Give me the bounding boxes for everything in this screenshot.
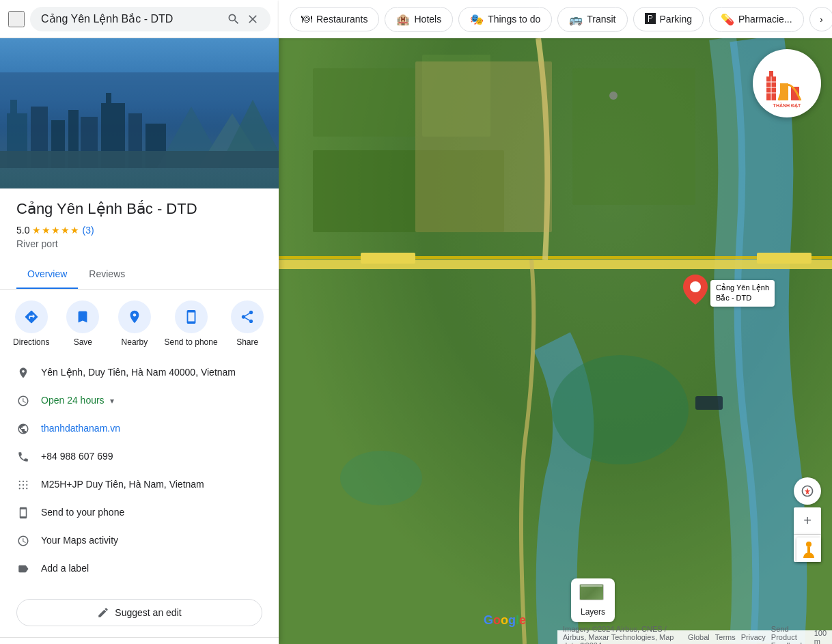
category-nav: 🍽 Restaurants 🏨 Hotels 🎭 Things to do 🚌 … [279, 0, 832, 38]
place-pin[interactable]: Cảng Yên LệnhBắc - DTD [683, 275, 708, 307]
nearby-button[interactable]: Nearby [113, 300, 156, 348]
place-type: River port [16, 238, 262, 249]
search-container [30, 7, 271, 31]
info-section: Yên Lệnh, Duy Tiên, Hà Nam 40000, Vietna… [0, 359, 279, 593]
add-label-icon [16, 562, 30, 576]
svg-point-24 [26, 488, 27, 489]
save-button[interactable]: Save [61, 300, 105, 348]
maps-activity-text: Your Maps activity [41, 533, 262, 548]
directions-icon [15, 300, 48, 333]
hotel-icon: 🏨 [396, 13, 410, 26]
star-1: ★ [32, 225, 41, 236]
pharmacies-chip[interactable]: 💊 Pharmacie... [709, 7, 804, 32]
map-attribution: Imagery ©2024 Airbus, CNES / Airbus, Max… [557, 630, 832, 644]
maps-activity-icon [16, 534, 30, 548]
chevron-down-icon: ▾ [110, 396, 114, 406]
things-icon: 🎭 [470, 13, 484, 26]
plus-code-icon [16, 478, 30, 492]
directions-label: Directions [13, 337, 49, 348]
add-label-row[interactable]: Add a label [0, 555, 279, 583]
hours-row[interactable]: Open 24 hours ▾ [0, 387, 279, 415]
pegman[interactable] [796, 537, 821, 562]
send-to-phone-button[interactable]: Send to phone [165, 300, 218, 348]
svg-point-38 [609, 92, 618, 100]
svg-point-18 [26, 481, 27, 482]
privacy-link[interactable]: Privacy [741, 633, 766, 641]
search-button[interactable] [227, 12, 240, 26]
send-phone-text: Send to your phone [41, 505, 262, 520]
phone-icon [16, 450, 30, 464]
phone-row[interactable]: +84 988 607 699 [0, 443, 279, 471]
maps-activity-row[interactable]: Your Maps activity [0, 527, 279, 555]
svg-rect-3 [10, 100, 17, 113]
svg-rect-51 [807, 547, 810, 554]
company-logo: THÀNH ĐẠT [753, 49, 821, 117]
save-label: Save [74, 337, 92, 348]
star-2: ★ [42, 225, 51, 236]
hero-image [0, 38, 279, 188]
place-name: Cảng Yên Lệnh Bắc - DTD [16, 199, 262, 219]
nearby-label: Nearby [122, 337, 148, 348]
svg-point-35 [552, 355, 689, 464]
nearby-icon [118, 300, 151, 333]
share-label: Share [236, 337, 258, 348]
svg-point-36 [340, 451, 422, 505]
tabs: Overview Reviews [0, 260, 279, 290]
attribution-text: Imagery ©2024 Airbus, CNES / Airbus, Max… [563, 625, 682, 644]
hours-content: Open 24 hours ▾ [41, 393, 114, 408]
compass-button[interactable] [794, 477, 821, 505]
restaurants-chip[interactable]: 🍽 Restaurants [290, 7, 379, 31]
suggest-edit-button[interactable]: Suggest an edit [16, 599, 262, 626]
things-to-do-chip[interactable]: 🎭 Things to do [458, 7, 552, 32]
rating-number: 5.0 [16, 225, 29, 236]
phone-text: +84 988 607 699 [41, 449, 262, 464]
place-info: Cảng Yên Lệnh Bắc - DTD 5.0 ★ ★ ★ ★ ★ (3… [0, 188, 279, 252]
send-to-phone-icon [175, 300, 208, 333]
svg-point-21 [26, 484, 27, 486]
clock-icon [16, 394, 30, 408]
suggest-edit-label: Suggest an edit [115, 607, 181, 618]
action-buttons: Directions Save Nearby [0, 290, 279, 359]
layers-label: Layers [581, 607, 605, 617]
hotels-chip[interactable]: 🏨 Hotels [385, 7, 453, 32]
send-phone-row[interactable]: Send to your phone [0, 499, 279, 527]
rating-row: 5.0 ★ ★ ★ ★ ★ (3) [16, 225, 262, 236]
website-row[interactable]: thanhdathanam.vn [0, 415, 279, 443]
global-link[interactable]: Global [688, 633, 710, 641]
transit-chip[interactable]: 🚌 Transit [557, 7, 627, 32]
svg-point-50 [806, 542, 812, 547]
tab-reviews[interactable]: Reviews [78, 260, 136, 289]
zoom-in-button[interactable]: + [794, 507, 821, 535]
parking-chip[interactable]: 🅿 Parking [633, 7, 704, 31]
search-bar [0, 0, 279, 38]
plus-code-text: M25H+JP Duy Tiên, Hà Nam, Vietnam [41, 477, 262, 492]
star-5: ★ [70, 225, 79, 236]
layers-button[interactable]: Layers [571, 578, 615, 622]
map-overlay [279, 0, 832, 644]
parking-icon: 🅿 [645, 13, 656, 25]
address-row[interactable]: Yên Lệnh, Duy Tiên, Hà Nam 40000, Vietna… [0, 359, 279, 387]
plus-code-row[interactable]: M25H+JP Duy Tiên, Hà Nam, Vietnam [0, 471, 279, 499]
svg-rect-42 [769, 71, 773, 76]
review-count[interactable]: (3) [82, 225, 94, 236]
svg-rect-28 [361, 253, 415, 264]
search-input[interactable] [41, 13, 221, 25]
feedback-link[interactable]: Send Product Feedback [771, 625, 809, 644]
directions-button[interactable]: Directions [10, 300, 53, 348]
share-button[interactable]: Share [225, 300, 269, 348]
terms-link[interactable]: Terms [715, 633, 736, 641]
clear-button[interactable] [246, 12, 260, 26]
svg-rect-30 [313, 68, 415, 137]
menu-button[interactable] [8, 11, 25, 27]
share-icon [231, 300, 264, 333]
star-4: ★ [61, 225, 70, 236]
transit-icon: 🚌 [569, 13, 583, 26]
tab-overview[interactable]: Overview [16, 260, 78, 289]
pharmacy-icon: 💊 [721, 13, 734, 26]
svg-text:THÀNH ĐẠT: THÀNH ĐẠT [773, 102, 801, 109]
svg-point-19 [19, 484, 20, 486]
more-categories-button[interactable]: › [809, 7, 832, 31]
svg-point-22 [19, 488, 20, 489]
save-icon [66, 300, 99, 333]
send-to-phone-label: Send to phone [165, 337, 218, 348]
